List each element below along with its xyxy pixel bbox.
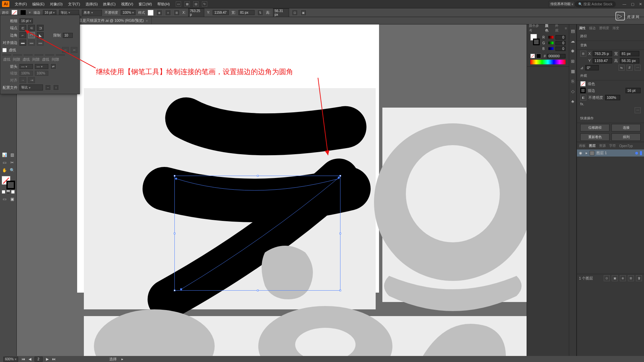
fill-stroke-control[interactable] [2, 176, 15, 189]
prop-h-input[interactable]: 56.31 px [620, 58, 639, 63]
layer-name[interactable]: 图层 1 [596, 150, 607, 156]
selection-bbox[interactable] [174, 176, 340, 291]
zoom-tool[interactable]: 🔍 [8, 166, 16, 174]
more-options-icon[interactable]: ⋯ [635, 65, 641, 71]
g-input[interactable]: 0 [555, 41, 566, 45]
prop-stroke-swatch[interactable] [580, 88, 586, 93]
dashed-checkbox[interactable] [2, 48, 7, 52]
prop-y-input[interactable]: 1159.47 [593, 58, 612, 63]
grid-icon[interactable]: ▤ [193, 1, 199, 7]
slice-tool[interactable]: ✂ [8, 159, 16, 166]
flip-v-icon[interactable]: ⇵ [627, 65, 633, 71]
nav-prev-icon[interactable]: ◀ [29, 357, 31, 361]
tab-assets[interactable]: 资源 [599, 143, 606, 148]
menu-edit[interactable]: 编辑(E) [30, 2, 47, 7]
r-input[interactable]: 0 [555, 35, 566, 40]
prop-opacity-input[interactable]: 100% [605, 95, 620, 100]
join-button[interactable]: 连接 [611, 124, 641, 131]
visibility-icon[interactable]: ◉ [579, 151, 584, 155]
transform-icon[interactable]: ⊡ [292, 10, 298, 16]
menu-select[interactable]: 选择(S) [83, 2, 101, 7]
brush-def-dropdown[interactable]: 基本 [82, 10, 102, 16]
prop-w-input[interactable]: 81 px [620, 51, 639, 56]
minimize-icon[interactable]: — [623, 2, 626, 6]
arrange-button[interactable]: 排列 [611, 133, 641, 141]
w-input[interactable]: 81 px [238, 10, 255, 15]
screen-mode-full[interactable]: ▣ [8, 195, 16, 203]
profile-dropdown[interactable]: 等比 [19, 84, 43, 90]
style-swatch[interactable] [148, 10, 154, 16]
tab-color[interactable]: 颜色 [545, 23, 551, 33]
prop-fill-swatch[interactable] [580, 81, 586, 86]
offset-path-button[interactable]: 位移路径 [580, 124, 609, 131]
close-icon[interactable]: ✕ [639, 2, 642, 6]
libraries-icon[interactable]: ☁ [570, 38, 576, 44]
tab-character[interactable]: 字符 [609, 143, 616, 148]
fx-label[interactable]: fx. [580, 102, 584, 106]
screen-mode-normal[interactable]: ▭ [1, 195, 8, 203]
make-clip-icon[interactable]: ▣ [612, 275, 618, 281]
isolate-icon[interactable]: ▣ [301, 10, 307, 16]
arrange-icon[interactable]: ▦ [184, 1, 190, 7]
recolor-icon[interactable]: ◉ [156, 10, 162, 16]
flip-h-icon[interactable]: ⇋ [619, 65, 625, 71]
stroke-box[interactable] [6, 181, 15, 189]
column-graph-tool[interactable]: 📊 [1, 151, 8, 159]
links-icon[interactable]: ⎘ [570, 78, 576, 84]
locate-icon[interactable]: ⊙ [604, 275, 610, 281]
hand-tool[interactable]: ✋ [1, 166, 8, 174]
menu-effect[interactable]: 效果(C) [100, 2, 118, 7]
stroke-weight-field[interactable]: 16 pt [19, 18, 33, 23]
clubs-icon[interactable]: ♣ [570, 98, 576, 104]
artboard-nav-input[interactable]: 2 [35, 357, 43, 362]
stroke-icon[interactable]: ◇ [570, 88, 576, 94]
brushes-icon[interactable]: ✱ [570, 48, 576, 54]
prop-stroke-weight[interactable]: 16 pt [626, 88, 641, 93]
view-mode-icon[interactable]: ▭ [176, 1, 181, 7]
maximize-icon[interactable]: ▢ [631, 2, 634, 6]
b-input[interactable]: 0 [555, 47, 566, 51]
gradient-mode-icon[interactable] [6, 190, 10, 194]
target-icon[interactable] [635, 152, 638, 155]
shape-icon[interactable]: ⊞ [174, 10, 180, 16]
properties-icon[interactable]: ▤ [570, 28, 576, 34]
doc-tab-2[interactable]: 元旦是只猫源文件.ai @ 100% (RGB/预览)× [72, 17, 152, 24]
nav-last-icon[interactable]: ⏭ [52, 357, 56, 361]
link-wh-icon[interactable]: ⇅ [257, 10, 263, 16]
close-tab-icon[interactable]: × [146, 19, 148, 23]
menu-window[interactable]: 窗口(W) [136, 2, 155, 7]
tab-stroke[interactable]: 描边 [589, 26, 596, 31]
artboard-tool[interactable]: ▭ [1, 159, 8, 166]
swatches-icon[interactable]: ▦ [570, 68, 576, 74]
black-swatch[interactable] [536, 54, 541, 58]
cloud-icon[interactable]: ↻ [202, 1, 207, 7]
menu-help[interactable]: 帮助(H) [155, 2, 172, 7]
tab-color-guide[interactable]: 颜色参考 [529, 23, 542, 33]
x-input[interactable]: 763.25 p [188, 8, 204, 17]
h-input[interactable]: 56.31 px [273, 8, 289, 17]
hex-input[interactable]: 000000 [547, 54, 566, 58]
nav-next-icon[interactable]: ▶ [46, 357, 49, 361]
stroke-weight-input[interactable]: 16 pt [43, 10, 56, 15]
tab-properties[interactable]: 属性 [579, 26, 586, 31]
zoom-dropdown[interactable]: 600% [3, 357, 18, 362]
menu-file[interactable]: 文件(F) [12, 2, 30, 7]
more-options-icon[interactable]: ⋯ [635, 107, 641, 113]
opacity-icon[interactable]: ◧ [580, 95, 586, 101]
recolor-button[interactable]: 重新着色 [580, 133, 609, 141]
prop-x-input[interactable]: 763.25 p [593, 51, 612, 56]
nav-first-icon[interactable]: ⏮ [21, 357, 25, 361]
flip-along-icon[interactable]: ↔ [45, 84, 51, 90]
bar-graph-tool[interactable]: ▥ [8, 151, 16, 159]
expand-icon[interactable]: ▸ [586, 151, 588, 155]
layer-row[interactable]: ◉ ▸ 图层 1 [577, 149, 644, 157]
flip-across-icon[interactable]: ↕ [53, 84, 59, 90]
opacity-input[interactable]: 100% [121, 10, 136, 15]
panel-menu-icon[interactable]: ≡ [565, 26, 567, 30]
tab-appearance[interactable]: 外观 [555, 23, 561, 33]
color-mode-icon[interactable] [2, 190, 5, 194]
spectrum-bar[interactable] [530, 60, 566, 64]
align-icon[interactable]: ≡ [165, 10, 171, 16]
tab-opentype[interactable]: OpenTyp [619, 144, 633, 148]
menu-view[interactable]: 视图(V) [118, 2, 136, 7]
